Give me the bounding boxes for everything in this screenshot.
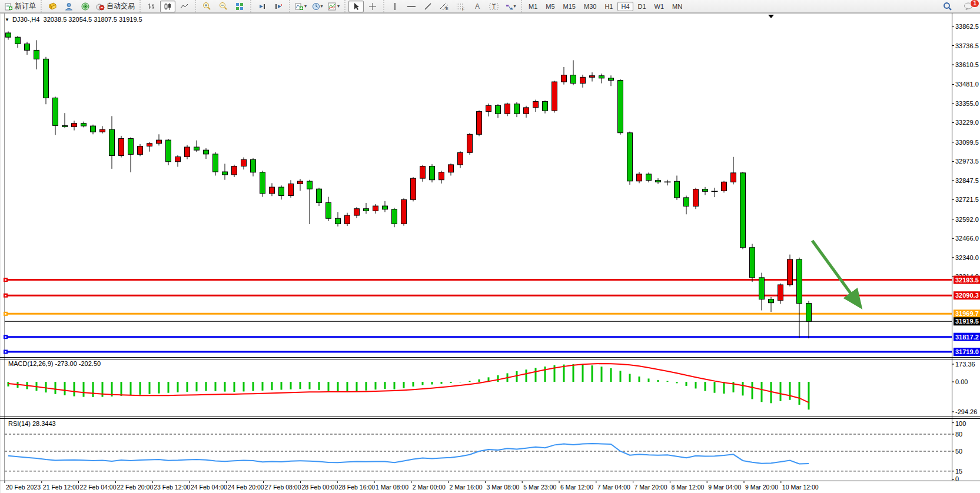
toolbar-group-objects: ▾ ▾ ▾ — [289, 0, 344, 12]
timeframe-button-m30[interactable]: M30 — [580, 2, 600, 11]
auto-trading-button[interactable]: 自动交易 — [94, 1, 137, 12]
arrows-button[interactable]: ▾ — [503, 1, 518, 12]
level-line-marker-center — [5, 279, 6, 281]
search-button[interactable] — [940, 1, 955, 12]
candle-body — [750, 248, 755, 278]
equidistant-channel-button[interactable]: E — [437, 1, 452, 12]
timeframe-button-m1[interactable]: M1 — [525, 2, 541, 11]
time-axis-label: 28 Feb 16:00 — [338, 484, 375, 491]
price-axis-tick-label: 32340.0 — [955, 254, 979, 261]
candle-body — [439, 172, 444, 180]
zoom-in-button[interactable] — [199, 1, 214, 12]
new-chart-button[interactable]: ▾ — [293, 1, 308, 12]
time-axis-label: 24 Feb 04:00 — [191, 484, 227, 491]
candlestick-chart-button[interactable] — [160, 1, 175, 12]
level-price-label-text: 31969.7 — [955, 310, 979, 317]
candle-body — [562, 75, 567, 82]
candle-body — [138, 146, 143, 154]
timeframe-button-m15[interactable]: M15 — [560, 2, 579, 11]
timeframe-button-w1[interactable]: W1 — [651, 2, 668, 11]
candle-body — [496, 105, 501, 114]
profiles-icon — [312, 2, 320, 11]
candle-body — [53, 98, 58, 125]
tile-windows-button[interactable] — [232, 1, 247, 12]
publisher-icon — [65, 2, 73, 11]
level-line-marker-center — [5, 295, 6, 297]
new-chart-dropdown-caret[interactable]: ▾ — [304, 4, 307, 9]
candle-body — [552, 82, 557, 111]
toolbar-group-services: 自动交易 — [41, 0, 139, 12]
crosshair-button[interactable] — [365, 1, 380, 12]
level-price-label-text: 31719.0 — [955, 348, 979, 355]
candle-body — [185, 147, 190, 157]
candle-body — [778, 285, 783, 301]
candle-body — [34, 50, 39, 59]
chart-canvas[interactable]: 33862.533736.533610.533481.033355.033229… — [0, 13, 980, 493]
candle-body — [251, 159, 256, 172]
text-button[interactable]: A — [470, 1, 485, 12]
time-axis-label: 2 Mar 16:00 — [450, 484, 483, 491]
trendline-button[interactable] — [420, 1, 436, 12]
tile-windows-icon — [235, 2, 244, 11]
indicators-button[interactable]: ▾ — [326, 1, 341, 12]
chart-shift-button[interactable] — [271, 1, 286, 12]
candle-body — [241, 159, 247, 166]
search-icon — [943, 2, 952, 11]
signal-button[interactable] — [78, 1, 93, 12]
timeframe-button-h1[interactable]: H1 — [601, 2, 616, 11]
text-icon: A — [474, 2, 481, 11]
horizontal-line-button[interactable] — [404, 1, 419, 12]
bar-chart-button[interactable] — [144, 1, 159, 12]
profiles-dropdown-caret[interactable]: ▾ — [321, 4, 323, 9]
text-label-button[interactable]: T — [486, 1, 501, 12]
time-axis-label: 7 Mar 04:00 — [597, 484, 630, 491]
zoom-out-icon — [219, 2, 228, 11]
candle-body — [147, 144, 152, 146]
candle-body — [637, 174, 642, 181]
candle-body — [288, 184, 294, 195]
timeframe-button-mn[interactable]: MN — [669, 2, 686, 11]
candle-body — [703, 189, 708, 192]
price-axis-tick-label: 32466.0 — [955, 235, 979, 242]
auto-scroll-button[interactable] — [254, 1, 270, 12]
indicators-dropdown-caret[interactable]: ▾ — [337, 4, 340, 9]
cursor-button[interactable] — [348, 1, 364, 12]
equidistant-channel-icon: E — [440, 2, 449, 11]
timeframe-button-d1[interactable]: D1 — [634, 2, 650, 11]
candle-body — [543, 102, 548, 111]
candle-body — [175, 156, 181, 161]
zoom-out-button[interactable] — [215, 1, 231, 12]
candle-body — [317, 189, 322, 202]
candle-body — [232, 166, 237, 174]
fibonacci-button[interactable]: F — [453, 1, 469, 12]
profiles-button[interactable]: ▾ — [310, 1, 325, 12]
notifications-button[interactable]: 1 — [961, 1, 976, 12]
time-axis-label: 6 Mar 12:00 — [560, 484, 593, 491]
chart-background — [0, 13, 980, 493]
arrows-dropdown-caret[interactable]: ▾ — [514, 4, 516, 9]
candle-body — [656, 181, 661, 182]
rsi-axis-tick-label: 15 — [955, 468, 962, 475]
macd-axis-tick-label: -294.26 — [955, 408, 977, 415]
candle-body — [392, 209, 397, 224]
history-icon — [48, 2, 57, 11]
new-order-button[interactable]: 新订单 — [3, 1, 38, 12]
chart-menu-arrow-icon[interactable]: ▼ — [5, 17, 9, 22]
line-chart-button[interactable] — [177, 1, 192, 12]
timeframe-button-h4[interactable]: H4 — [617, 2, 633, 11]
candle-body — [6, 33, 11, 37]
candle-body — [222, 172, 228, 175]
history-button[interactable] — [45, 1, 60, 12]
timeframe-button-m5[interactable]: M5 — [542, 2, 558, 11]
new-order-label: 新订单 — [15, 1, 36, 11]
price-axis-tick-label: 33481.0 — [955, 81, 979, 88]
chart-area[interactable]: 33862.533736.533610.533481.033355.033229… — [0, 13, 980, 493]
chart-shift-icon — [274, 2, 283, 11]
publisher-button[interactable] — [61, 1, 77, 12]
candle-body — [72, 124, 77, 127]
candle-body — [731, 173, 736, 182]
candle-body — [279, 187, 284, 195]
candle-body — [590, 76, 595, 78]
vertical-line-button[interactable] — [387, 1, 403, 12]
time-axis-label: 21 Feb 12:00 — [43, 484, 79, 491]
